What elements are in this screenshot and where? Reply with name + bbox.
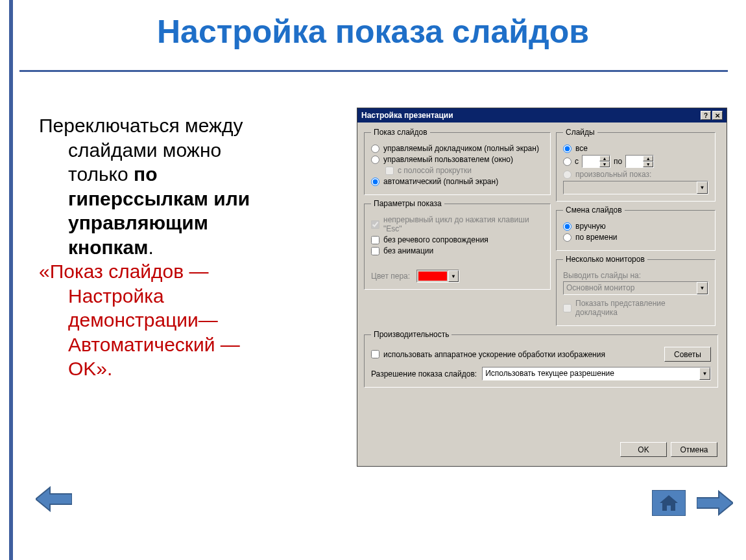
pen-color-picker[interactable]: ▼	[416, 270, 459, 283]
chevron-down-icon[interactable]: ▼	[699, 368, 710, 380]
radio-input[interactable]	[371, 156, 379, 164]
checkbox-noaudio[interactable]: без речевого сопровождения	[371, 235, 544, 244]
radio-label: все	[575, 144, 588, 153]
tips-button[interactable]: Советы	[664, 347, 711, 362]
radio-speaker[interactable]: управляемый докладчиком (полный экран)	[371, 144, 544, 153]
pen-color-label: Цвет пера:	[371, 272, 410, 281]
radio-auto[interactable]: автоматический (полный экран)	[371, 177, 544, 186]
chevron-down-icon: ▼	[697, 282, 708, 294]
radio-user[interactable]: управляемый пользователем (окно)	[371, 155, 544, 164]
legend-slides: Слайды	[563, 128, 597, 137]
checkbox-label: с полосой прокрутки	[398, 166, 472, 175]
legend-show-type: Показ слайдов	[371, 128, 430, 137]
radio-label: по времени	[575, 233, 617, 242]
close-button[interactable]: ✕	[712, 111, 723, 120]
ok-button[interactable]: OK	[620, 442, 667, 457]
checkbox-input[interactable]	[371, 236, 379, 244]
nav-prev-button[interactable]	[36, 486, 72, 512]
checkbox-label: без анимации	[383, 246, 433, 255]
chevron-down-icon[interactable]: ▼	[448, 270, 459, 282]
chevron-up-icon[interactable]: ▲	[643, 156, 653, 161]
radio-input[interactable]	[563, 233, 572, 242]
text-red: демонстрации—	[68, 309, 218, 331]
radio-label: управляемый пользователем (окно)	[383, 155, 513, 164]
spinner-to[interactable]: ▲▼	[625, 155, 654, 168]
combo-value	[564, 181, 697, 194]
nav-next-button[interactable]	[697, 490, 733, 516]
slide-title: Настройка показа слайдов	[0, 13, 746, 51]
chevron-down-icon[interactable]: ▼	[643, 161, 653, 167]
resolution-combo[interactable]: Использовать текущее разрешение ▼	[482, 367, 711, 380]
chevron-down-icon[interactable]: ▼	[599, 161, 610, 167]
combo-value: Использовать текущее разрешение	[483, 368, 699, 380]
text-line: Переключаться между	[39, 115, 243, 136]
checkbox-input	[371, 220, 379, 229]
dialog-titlebar[interactable]: Настройка презентации ? ✕	[357, 108, 727, 122]
text-bold: кнопкам	[68, 237, 148, 258]
home-icon	[652, 490, 686, 516]
cancel-button[interactable]: Отмена	[671, 442, 717, 457]
text-red: Настройка	[68, 285, 164, 307]
text-bold: управляющим	[68, 212, 208, 233]
slide-body-text: Переключаться между слайдами можно тольк…	[39, 113, 337, 381]
range-from-label: с	[575, 157, 579, 166]
radio-timings[interactable]: по времени	[563, 233, 708, 242]
checkbox-input[interactable]	[371, 247, 379, 255]
spinner-input[interactable]	[626, 156, 643, 167]
spinner-input[interactable]	[583, 156, 599, 167]
fieldset-performance: Производительность использовать аппаратн…	[364, 330, 718, 388]
legend-advance: Смена слайдов	[563, 205, 625, 215]
radio-input	[563, 170, 572, 179]
resolution-label: Разрешение показа слайдов:	[371, 369, 477, 379]
arrow-right-icon	[697, 490, 733, 516]
radio-input[interactable]	[563, 145, 572, 153]
color-swatch	[418, 272, 447, 281]
radio-manual[interactable]: вручную	[563, 222, 708, 231]
fieldset-show-type: Показ слайдов управляемый докладчиком (п…	[364, 128, 551, 195]
fieldset-advance: Смена слайдов вручную по времени	[556, 205, 716, 251]
radio-label: управляемый докладчиком (полный экран)	[383, 144, 539, 153]
arrow-left-icon	[36, 486, 72, 512]
monitor-combo: Основной монитор ▼	[563, 281, 708, 295]
radio-slides-from[interactable]	[563, 158, 572, 166]
checkbox-label: Показать представление докладчика	[575, 299, 708, 317]
text-line: слайдами можно	[68, 139, 221, 161]
checkbox-noanim[interactable]: без анимации	[371, 246, 544, 255]
checkbox-input[interactable]	[371, 350, 379, 358]
checkbox-label: использовать аппаратное ускорение обрабо…	[383, 350, 605, 359]
range-to-label: по	[614, 157, 622, 166]
legend-performance: Производительность	[371, 330, 451, 339]
text-red: OK».	[68, 358, 112, 379]
custom-show-combo: ▼	[563, 181, 708, 194]
text-dot: .	[148, 237, 153, 258]
radio-input[interactable]	[371, 145, 379, 153]
checkbox-presenter-view: Показать представление докладчика	[563, 299, 708, 317]
text-red: Автоматический —	[68, 334, 240, 355]
nav-home-button[interactable]	[652, 490, 686, 516]
checkbox-scrollbar: с полосой прокрутки	[371, 166, 544, 175]
text-line: только	[68, 163, 134, 185]
checkbox-input	[385, 167, 394, 175]
checkbox-label: непрерывный цикл до нажатия клавиши "Esc…	[383, 215, 544, 233]
legend-monitors: Несколько мониторов	[563, 255, 647, 264]
radio-label: вручную	[575, 222, 606, 231]
fieldset-monitors: Несколько мониторов Выводить слайды на: …	[556, 255, 716, 326]
checkbox-label: без речевого сопровождения	[383, 235, 488, 244]
fieldset-slides: Слайды все с ▲▼ по	[556, 128, 716, 202]
help-button[interactable]: ?	[701, 111, 711, 120]
slide-accent-bar	[9, 0, 13, 560]
dialog-title-text: Настройка презентации	[361, 111, 453, 120]
radio-label: автоматический (полный экран)	[383, 177, 498, 186]
spinner-from[interactable]: ▲▼	[582, 155, 610, 168]
radio-input[interactable]	[371, 178, 379, 186]
radio-slides-all[interactable]: все	[563, 144, 708, 153]
text-red: «Показ слайдов —	[39, 261, 209, 282]
chevron-down-icon: ▼	[697, 181, 708, 194]
monitor-output-label: Выводить слайды на:	[563, 271, 641, 280]
chevron-up-icon[interactable]: ▲	[599, 156, 610, 161]
checkbox-hw-accel[interactable]: использовать аппаратное ускорение обрабо…	[371, 350, 605, 359]
checkbox-loop: непрерывный цикл до нажатия клавиши "Esc…	[371, 215, 544, 233]
fieldset-show-params: Параметры показа непрерывный цикл до наж…	[364, 199, 551, 290]
radio-label: произвольный показ:	[575, 170, 651, 179]
radio-input[interactable]	[563, 222, 572, 231]
